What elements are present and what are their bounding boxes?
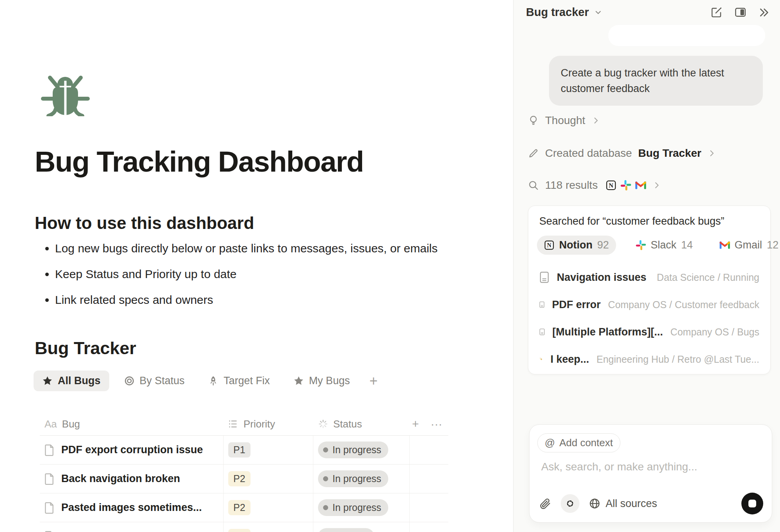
panel-right-icon[interactable] bbox=[734, 6, 746, 18]
all-sources-label: All sources bbox=[606, 498, 657, 510]
card-title: Searched for “customer feedback bugs” bbox=[539, 215, 724, 227]
result-list: Navigation issues Data Science / Running… bbox=[528, 264, 770, 373]
star-icon bbox=[42, 376, 53, 386]
svg-text:N: N bbox=[609, 182, 613, 189]
bug-title[interactable]: PDF export corruption issue bbox=[61, 444, 203, 456]
gmail-icon bbox=[720, 241, 730, 249]
view-tab-target-fix[interactable]: Target Fix bbox=[199, 371, 279, 391]
bullet-item: Keep Status and Priority up to date bbox=[55, 268, 437, 281]
view-tab-label: All Bugs bbox=[58, 375, 101, 387]
page-icon bbox=[44, 502, 55, 514]
status-badge[interactable]: In progress bbox=[318, 470, 388, 487]
add-column-button[interactable]: + bbox=[412, 417, 419, 431]
table-row: Pasted images sometimes... P2 In progres… bbox=[40, 493, 448, 522]
pencil-icon bbox=[528, 148, 539, 159]
notion-icon: N bbox=[544, 240, 554, 250]
gmail-icon bbox=[635, 181, 646, 190]
search-results-card: Searched for “customer feedback bugs” N … bbox=[528, 206, 771, 374]
source-tab-notion[interactable]: N Notion 92 bbox=[537, 236, 616, 255]
result-item[interactable]: I keep... Engineering Hub / Retro @Last … bbox=[528, 346, 770, 373]
source-tab-gmail[interactable]: Gmail 12 bbox=[712, 236, 780, 255]
add-view-button[interactable]: + bbox=[365, 373, 382, 389]
view-tabs: All Bugs By Status Target Fix My Bugs + bbox=[34, 371, 382, 391]
view-tab-label: My Bugs bbox=[309, 375, 350, 387]
database-heading: Bug Tracker bbox=[35, 338, 136, 358]
activity-search-results[interactable]: 118 results N bbox=[528, 179, 661, 192]
list-icon bbox=[228, 419, 238, 429]
page-icon bbox=[44, 531, 55, 532]
lightbulb-icon bbox=[528, 115, 539, 126]
status-badge[interactable]: In progress bbox=[318, 499, 388, 516]
result-item[interactable]: [Multiple Platforms][... Company OS / Bu… bbox=[528, 318, 770, 346]
rocket-icon bbox=[208, 376, 219, 386]
main-document: Bug Tracking Dashboard How to use this d… bbox=[0, 0, 513, 532]
slack-icon bbox=[636, 240, 646, 250]
result-item[interactable]: Navigation issues Data Science / Running bbox=[528, 264, 770, 291]
priority-badge[interactable]: P2 bbox=[228, 471, 251, 486]
stop-icon bbox=[748, 500, 756, 507]
view-tab-by-status[interactable]: By Status bbox=[115, 371, 194, 391]
star-icon bbox=[293, 376, 304, 386]
globe-icon bbox=[589, 498, 601, 509]
chevron-right-icon bbox=[592, 116, 600, 125]
howto-heading: How to use this dashboard bbox=[35, 213, 254, 233]
user-message-bubble: Create a bug tracker with the latest cus… bbox=[549, 56, 763, 106]
all-sources-button[interactable]: All sources bbox=[589, 498, 657, 510]
activity-label: Created database bbox=[545, 147, 632, 160]
bullet-item: Link related specs and owners bbox=[55, 293, 437, 307]
ai-sidebar: Bug tracker Create a bug tracker with th… bbox=[513, 0, 780, 532]
table-row: Back navigation broken P2 In progress bbox=[40, 465, 448, 493]
composer-toolbar: All sources bbox=[540, 493, 763, 514]
document-icon bbox=[539, 271, 549, 283]
result-item[interactable]: PDF error Company OS / Customer feedback bbox=[528, 291, 770, 318]
column-header-status[interactable]: Status bbox=[313, 418, 410, 430]
source-tabs: N Notion 92 Slack 14 Gmail 12 bbox=[537, 236, 780, 255]
more-options-button[interactable]: ··· bbox=[431, 417, 442, 431]
stop-button[interactable] bbox=[741, 493, 763, 514]
source-icons: N bbox=[606, 180, 646, 191]
spinner-icon bbox=[318, 419, 328, 429]
search-icon bbox=[528, 180, 539, 191]
column-header-bug[interactable]: Aa Bug bbox=[40, 418, 224, 430]
sidebar-title-dropdown[interactable]: Bug tracker bbox=[526, 6, 602, 19]
status-badge[interactable]: Blocked bbox=[318, 528, 374, 532]
status-dot-icon bbox=[323, 505, 328, 510]
table-row-clipped: P2 Blocked bbox=[40, 522, 448, 532]
table-header-controls: + ··· bbox=[410, 417, 448, 431]
openai-model-button[interactable] bbox=[561, 494, 579, 513]
at-icon: @ bbox=[545, 437, 555, 449]
composer: @ Add context Ask, search, or make anyth… bbox=[529, 424, 772, 523]
bug-title[interactable]: Back navigation broken bbox=[61, 473, 180, 485]
chevron-right-icon bbox=[652, 181, 661, 190]
view-tab-my-bugs[interactable]: My Bugs bbox=[285, 371, 359, 391]
add-context-chip[interactable]: @ Add context bbox=[537, 433, 620, 452]
double-chevron-right-icon[interactable] bbox=[758, 7, 770, 18]
activity-created-database[interactable]: Created database Bug Tracker bbox=[528, 147, 716, 160]
app-window: Bug Tracking Dashboard How to use this d… bbox=[0, 0, 780, 532]
page-icon bbox=[44, 444, 55, 456]
previous-message-remnant bbox=[608, 25, 765, 46]
column-label: Status bbox=[333, 418, 362, 430]
status-badge[interactable]: In progress bbox=[318, 442, 388, 458]
page-title: Bug Tracking Dashboard bbox=[35, 145, 364, 178]
composer-input[interactable]: Ask, search, or make anything... bbox=[541, 461, 697, 473]
priority-badge[interactable]: P2 bbox=[228, 529, 251, 532]
add-context-label: Add context bbox=[559, 437, 613, 449]
bug-icon[interactable] bbox=[39, 71, 92, 116]
bug-table: Aa Bug Priority Status + · bbox=[40, 413, 448, 532]
openai-icon bbox=[564, 498, 576, 509]
priority-badge[interactable]: P1 bbox=[228, 442, 251, 458]
text-style-icon: Aa bbox=[44, 418, 57, 430]
bug-title[interactable]: Pasted images sometimes... bbox=[61, 502, 202, 514]
target-icon bbox=[124, 376, 135, 386]
activity-label: 118 results bbox=[545, 179, 598, 192]
priority-badge[interactable]: P2 bbox=[228, 500, 251, 515]
activity-thought[interactable]: Thought bbox=[528, 114, 600, 127]
column-header-priority[interactable]: Priority bbox=[224, 418, 313, 430]
view-tab-all-bugs[interactable]: All Bugs bbox=[34, 371, 109, 391]
paperclip-icon[interactable] bbox=[540, 498, 551, 509]
chevron-right-icon bbox=[707, 149, 716, 158]
column-label: Bug bbox=[62, 418, 80, 430]
source-tab-slack[interactable]: Slack 14 bbox=[629, 236, 700, 255]
compose-icon[interactable] bbox=[711, 6, 723, 18]
